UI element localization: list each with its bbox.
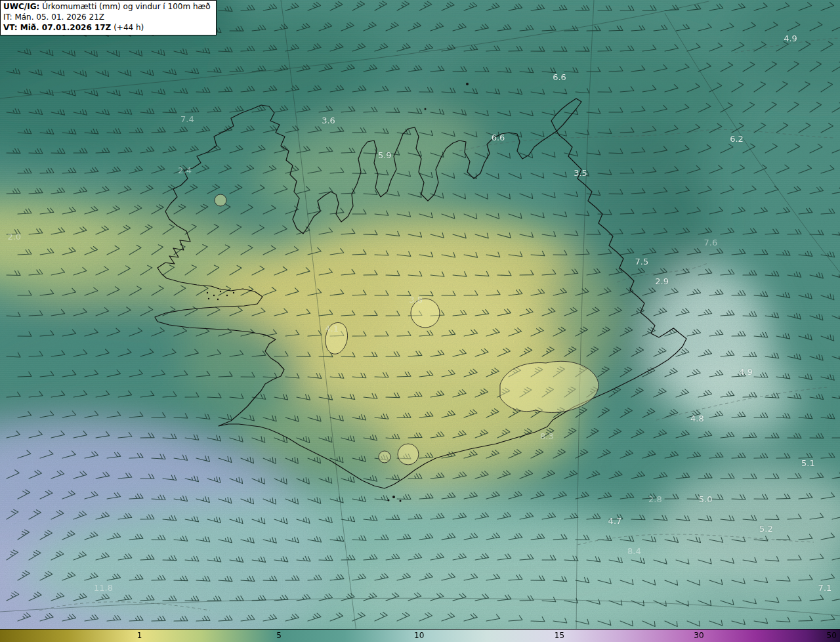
colorbar: 1510153050 — [0, 629, 840, 642]
colorbar-tick-label: 10 — [414, 631, 424, 640]
product-title: Úrkomumætti (mm) og vindur í 100m hæð — [42, 2, 211, 11]
title-line-valid: VT: Mið. 07.01.2026 17Z (+44 h) — [3, 23, 211, 33]
init-time: IT: Mán. 05. 01. 2026 21Z — [3, 12, 211, 23]
title-line-product: UWC/IG: Úrkomumætti (mm) og vindur í 100… — [3, 2, 211, 12]
precipitation-wind-map — [0, 0, 840, 629]
colorbar-tick-label: 1 — [137, 631, 142, 640]
map-title-box: UWC/IG: Úrkomumætti (mm) og vindur í 100… — [0, 0, 217, 35]
colorbar-tick-label: 5 — [276, 631, 282, 640]
colorbar-tick-label: 50 — [827, 631, 837, 640]
colorbar-tick-label: 15 — [555, 631, 564, 640]
valid-time-offset: (+44 h) — [114, 23, 144, 32]
weather-map-viewer: 4.96.67.43.66.66.25.92.43.52.07.67.52.93… — [0, 0, 840, 642]
product-label: UWC/IG: — [3, 2, 39, 11]
valid-time: VT: Mið. 07.01.2026 17Z — [3, 23, 111, 32]
colorbar-tick-label: 30 — [694, 631, 704, 640]
